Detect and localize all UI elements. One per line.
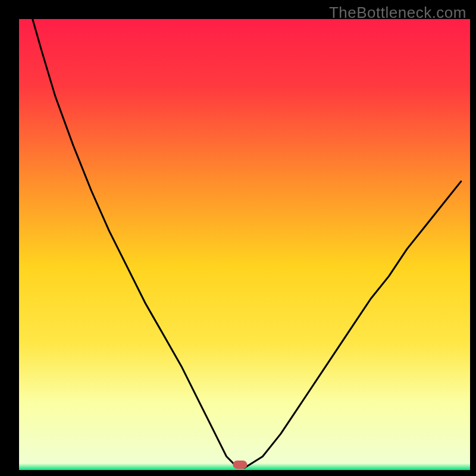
bottleneck-chart <box>0 0 476 476</box>
chart-frame: TheBottleneck.com <box>0 0 476 476</box>
optimal-point-marker <box>233 461 247 469</box>
svg-rect-1 <box>19 19 470 470</box>
